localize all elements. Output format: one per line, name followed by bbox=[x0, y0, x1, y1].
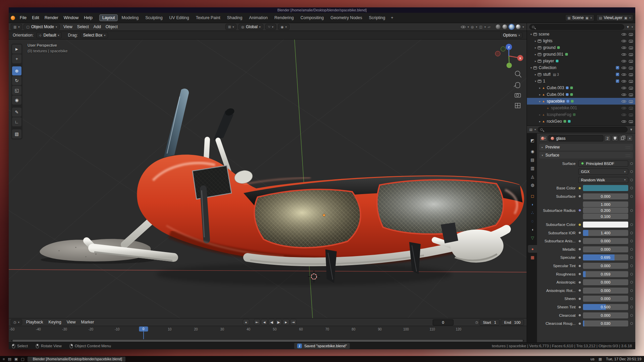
filter-icon[interactable]: ▼ bbox=[626, 25, 630, 29]
playhead[interactable]: 0 bbox=[139, 326, 148, 331]
tool-rotate[interactable]: ↻ bbox=[12, 76, 21, 85]
outliner-item-ground[interactable]: ▸ ground bbox=[527, 44, 635, 51]
outliner-item-spacebike-001[interactable]: ▲ spacebike.001 bbox=[527, 105, 635, 111]
proportional-editing-dropdown[interactable]: ◉▾ bbox=[278, 24, 289, 30]
slider-anisotropic[interactable]: 0.000 bbox=[583, 279, 628, 285]
socket-icon[interactable] bbox=[578, 314, 581, 317]
decorator-icon[interactable] bbox=[630, 281, 633, 284]
next-keyframe-button[interactable]: ► bbox=[282, 319, 289, 325]
workspace-tab-geometry-nodes[interactable]: Geometry Nodes bbox=[327, 14, 365, 21]
outliner-item-1[interactable]: ▾ 1 ✓ bbox=[527, 78, 635, 84]
properties-filter-icon[interactable]: ▼ bbox=[630, 128, 633, 131]
start-frame-field[interactable]: Start 1 bbox=[480, 319, 500, 325]
menu-render[interactable]: Render bbox=[42, 14, 61, 21]
slider-subsurface-ior[interactable]: 1.400 bbox=[583, 230, 628, 236]
decorator-icon[interactable] bbox=[630, 256, 633, 259]
workspace-tab-texture-paint[interactable]: Texture Paint bbox=[193, 14, 223, 21]
outliner-item-stuff[interactable]: ▸ stuff▤ 3 ✓ bbox=[527, 71, 635, 78]
surface-panel-header[interactable]: ▾ Surface :::: bbox=[539, 152, 633, 159]
decorator-icon[interactable] bbox=[630, 314, 633, 317]
jump-to-end-button[interactable]: ⇥ bbox=[290, 319, 297, 325]
expand-arrow-icon[interactable]: ▸ bbox=[538, 93, 542, 96]
new-material-button[interactable] bbox=[619, 135, 626, 141]
expand-arrow-icon[interactable]: ▸ bbox=[538, 120, 542, 123]
render-visibility-icon[interactable] bbox=[629, 79, 633, 83]
shading-material-preview-icon[interactable] bbox=[509, 24, 514, 29]
expand-arrow-icon[interactable]: ▾ bbox=[533, 80, 538, 83]
outliner-item-spacebike[interactable]: ▸▲ spacebike bbox=[527, 98, 635, 105]
shading-wireframe-icon[interactable] bbox=[496, 24, 500, 29]
timeline-menu-keying[interactable]: Keying bbox=[46, 319, 64, 325]
properties-tab-modifiers[interactable]: ◗ bbox=[528, 200, 537, 208]
render-visibility-icon[interactable] bbox=[629, 99, 633, 104]
collection-checkbox[interactable]: ✓ bbox=[616, 79, 619, 83]
auto-key-button[interactable]: ● bbox=[243, 319, 249, 325]
play-button[interactable]: ▶ bbox=[275, 319, 282, 325]
properties-tab-output[interactable]: ▤ bbox=[528, 156, 537, 164]
properties-tab-world[interactable]: ◍ bbox=[528, 181, 537, 189]
socket-icon[interactable] bbox=[578, 195, 581, 198]
play-reverse-button[interactable]: ◀ bbox=[268, 319, 275, 325]
outliner-item-cube-003[interactable]: ▸▲ Cube.003 bbox=[527, 84, 635, 91]
collection-checkbox[interactable]: ✓ bbox=[616, 73, 619, 76]
applications-menu-icon[interactable]: ≡ bbox=[3, 357, 5, 361]
menu-window[interactable]: Window bbox=[61, 14, 81, 21]
outliner-search-input[interactable] bbox=[529, 24, 624, 30]
render-visibility-icon[interactable] bbox=[629, 72, 633, 77]
timeline-menu-view[interactable]: View bbox=[64, 319, 78, 325]
hide-eye-icon[interactable] bbox=[622, 93, 626, 97]
outliner-item-rockgeo[interactable]: ▸▲ rockGeo bbox=[527, 118, 635, 125]
properties-tab-render[interactable]: ◉ bbox=[528, 147, 537, 155]
fake-user-button[interactable] bbox=[612, 135, 618, 141]
slider-anisotropic-rot[interactable]: 0.000 bbox=[583, 288, 628, 294]
render-visibility-icon[interactable] bbox=[629, 93, 633, 97]
filter-dropdown-icon[interactable]: ▾ bbox=[632, 25, 633, 28]
tool-measure[interactable]: ∟ bbox=[12, 117, 21, 126]
new-view-layer-icon[interactable]: ▣ bbox=[624, 16, 627, 20]
preview-panel-header[interactable]: ▸ Preview :::: bbox=[539, 144, 633, 150]
xray-toggle-icon[interactable]: ▱ bbox=[488, 25, 490, 29]
outliner-item-player[interactable]: ▸ player bbox=[527, 58, 635, 64]
socket-icon[interactable] bbox=[578, 273, 581, 276]
decorator-icon[interactable] bbox=[630, 264, 633, 267]
slider-roughness[interactable]: 0.059 bbox=[583, 271, 628, 277]
hide-eye-icon[interactable] bbox=[622, 72, 626, 77]
render-visibility-icon[interactable] bbox=[629, 106, 633, 110]
workspace-tab-animation[interactable]: Animation bbox=[246, 14, 271, 21]
editor-type-button[interactable]: ▥▾ bbox=[11, 24, 22, 30]
hide-eye-icon[interactable] bbox=[622, 52, 626, 57]
slider-clearcoat[interactable]: 0.000 bbox=[583, 312, 628, 318]
collection-checkbox[interactable]: ✓ bbox=[616, 66, 619, 69]
properties-search-input[interactable] bbox=[538, 127, 628, 132]
expand-arrow-icon[interactable]: ▾ bbox=[529, 33, 533, 36]
window-titlebar[interactable]: Blender [/home/amalie/Desktop/blender/sp… bbox=[9, 7, 635, 13]
new-scene-icon[interactable]: ▣ bbox=[585, 16, 588, 20]
hide-eye-icon[interactable] bbox=[622, 99, 626, 104]
shading-solid-icon[interactable] bbox=[502, 24, 507, 29]
render-visibility-icon[interactable] bbox=[629, 59, 633, 63]
tool-transform[interactable]: ◉ bbox=[12, 96, 21, 105]
slider-sheen[interactable]: 0.000 bbox=[583, 296, 628, 302]
decorator-icon[interactable] bbox=[630, 289, 633, 292]
decorator-icon[interactable] bbox=[630, 232, 633, 234]
menu-file[interactable]: File bbox=[17, 14, 29, 21]
browser-icon[interactable]: ▢ bbox=[21, 357, 24, 361]
tool-tweak-select[interactable]: ► bbox=[12, 45, 21, 54]
slider-sheen-tint[interactable]: 0.500 bbox=[583, 304, 628, 310]
slider-subsurface-anis[interactable]: 0.000 bbox=[583, 238, 628, 244]
tool-annotate[interactable]: ✎ bbox=[12, 108, 21, 117]
socket-icon[interactable] bbox=[578, 187, 581, 190]
terminal-icon[interactable]: ▣ bbox=[14, 357, 18, 361]
hide-eye-icon[interactable] bbox=[622, 119, 626, 124]
socket-icon[interactable] bbox=[578, 306, 581, 309]
decorator-icon[interactable] bbox=[630, 223, 633, 226]
socket-icon[interactable] bbox=[578, 281, 581, 284]
viewport-menu-add[interactable]: Add bbox=[91, 24, 103, 30]
render-visibility-icon[interactable] bbox=[629, 52, 633, 57]
editor-properties-icon[interactable]: ▤ bbox=[529, 128, 532, 131]
decorator-icon[interactable] bbox=[630, 240, 633, 242]
render-visibility-icon[interactable] bbox=[629, 113, 633, 117]
keyboard-layout-indicator[interactable]: us bbox=[591, 357, 595, 361]
prev-keyframe-button[interactable]: ◄ bbox=[261, 319, 268, 325]
hide-eye-icon[interactable] bbox=[622, 59, 626, 63]
